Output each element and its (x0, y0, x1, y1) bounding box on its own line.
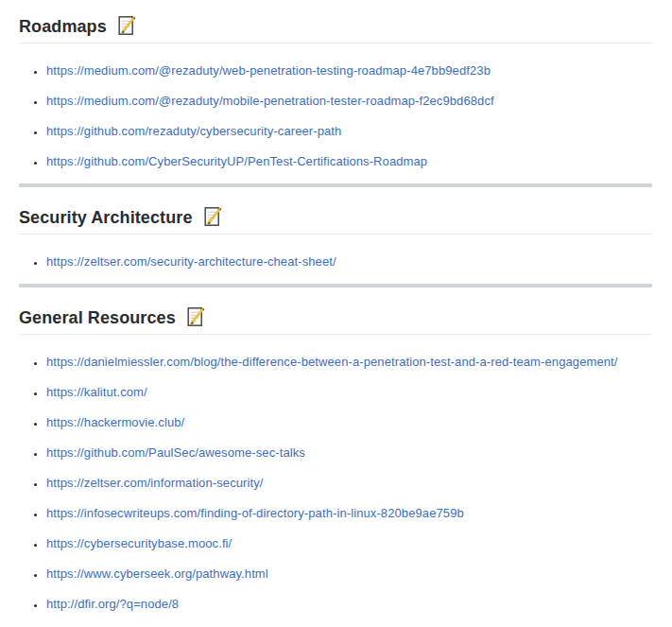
list-item: https://cybersecuritybase.mooc.fi/ (46, 535, 652, 551)
resource-link[interactable]: https://github.com/rezaduty/cybersecurit… (46, 124, 341, 138)
readme-content: Roadmaps https://medium.com/@rezaduty/we… (0, 0, 672, 612)
resource-section: Roadmaps https://medium.com/@rezaduty/we… (19, 15, 652, 187)
resource-link[interactable]: https://medium.com/@rezaduty/web-penetra… (46, 63, 491, 78)
resource-link[interactable]: https://zeltser.com/information-security… (46, 476, 264, 490)
list-item: https://medium.com/@rezaduty/web-penetra… (46, 62, 652, 78)
resource-link[interactable]: https://hackermovie.club/ (46, 415, 184, 429)
resource-link[interactable]: https://medium.com/@rezaduty/mobile-pene… (46, 94, 494, 108)
section-title: General Resources (19, 306, 176, 329)
section-heading: General Resources (19, 306, 652, 335)
section-title: Security Architecture (19, 206, 193, 229)
memo-icon (115, 14, 138, 37)
resource-link[interactable]: https://github.com/CyberSecurityUP/PenTe… (46, 154, 427, 168)
link-list: https://zeltser.com/security-architectur… (19, 253, 652, 270)
list-item: https://github.com/CyberSecurityUP/PenTe… (46, 153, 652, 169)
resource-link[interactable]: https://www.cyberseek.org/pathway.html (46, 566, 268, 581)
link-list: https://medium.com/@rezaduty/web-penetra… (19, 62, 652, 169)
list-item: https://github.com/rezaduty/cybersecurit… (46, 123, 652, 139)
list-item: http://dfir.org/?q=node/8 (46, 596, 652, 612)
list-item: https://zeltser.com/security-architectur… (46, 253, 652, 270)
list-item: https://kalitut.com/ (46, 384, 652, 400)
link-list: https://danielmiessler.com/blog/the-diff… (19, 354, 652, 612)
resource-link[interactable]: http://dfir.org/?q=node/8 (46, 597, 179, 611)
section-heading: Security Architecture (19, 206, 652, 235)
resource-link[interactable]: https://zeltser.com/security-architectur… (46, 254, 336, 269)
section-title: Roadmaps (19, 15, 107, 38)
resource-link[interactable]: https://github.com/PaulSec/awesome-sec-t… (46, 445, 305, 460)
resource-link[interactable]: https://kalitut.com/ (46, 385, 147, 399)
list-item: https://www.cyberseek.org/pathway.html (46, 566, 652, 582)
resource-section: Security Architecture https://zeltser.co… (19, 206, 652, 287)
list-item: https://medium.com/@rezaduty/mobile-pene… (46, 93, 652, 109)
section-divider (19, 284, 652, 287)
resource-link[interactable]: https://infosecwriteups.com/finding-of-d… (46, 506, 464, 520)
list-item: https://hackermovie.club/ (46, 414, 652, 430)
section-divider (19, 183, 652, 187)
memo-icon (184, 305, 207, 328)
resource-section: General Resources https://danielmiessler… (19, 306, 652, 612)
list-item: https://zeltser.com/information-security… (46, 475, 652, 491)
memo-icon (201, 205, 224, 228)
resource-link[interactable]: https://cybersecuritybase.mooc.fi/ (46, 536, 232, 550)
list-item: https://infosecwriteups.com/finding-of-d… (46, 505, 652, 521)
resource-link[interactable]: https://danielmiessler.com/blog/the-diff… (46, 355, 617, 369)
list-item: https://danielmiessler.com/blog/the-diff… (46, 354, 652, 370)
list-item: https://github.com/PaulSec/awesome-sec-t… (46, 444, 652, 461)
section-heading: Roadmaps (19, 15, 652, 44)
